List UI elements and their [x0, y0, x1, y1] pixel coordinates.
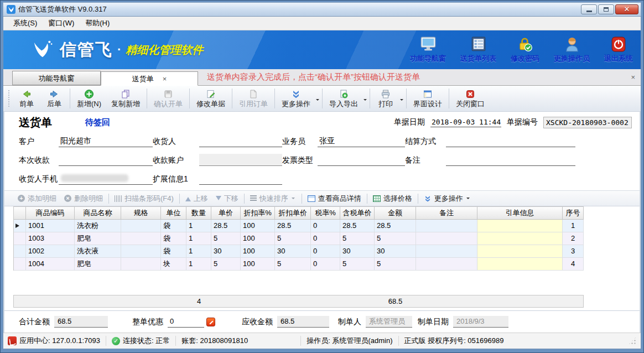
payment-field[interactable] — [59, 154, 153, 166]
receiver-field[interactable] — [199, 135, 282, 147]
cell[interactable]: 肥皂 — [75, 232, 121, 245]
next-doc-button[interactable]: 后单 — [40, 86, 68, 111]
scan-barcode-button[interactable]: 扫描条形码(F4) — [111, 194, 178, 204]
close-window-button[interactable]: 关闭窗口 — [451, 86, 490, 111]
cell[interactable]: 100 — [241, 245, 275, 258]
cell[interactable]: 肥皂 — [75, 258, 121, 271]
cell[interactable]: 1 — [186, 220, 211, 232]
copy-new-button[interactable]: 复制新增 — [106, 86, 145, 111]
move-up-button[interactable]: 上移 — [181, 194, 212, 204]
cell[interactable] — [121, 220, 161, 232]
cell[interactable]: 1 — [563, 220, 584, 232]
cell[interactable] — [416, 245, 477, 258]
cell[interactable]: 洗衣粉 — [75, 220, 121, 232]
cell[interactable]: 0 — [311, 258, 340, 271]
ui-design-button[interactable]: 界面设计 — [408, 86, 447, 111]
cell[interactable]: 0 — [311, 220, 340, 232]
cell[interactable] — [121, 232, 161, 245]
banner-action-exit-system[interactable]: 退出系统 — [604, 37, 633, 64]
cell[interactable] — [121, 245, 161, 258]
table-row[interactable]: 1003 肥皂 袋 1 5 100 5 0 5 5 2 — [14, 232, 584, 245]
new-button[interactable]: 新增(N) — [72, 86, 106, 111]
more-actions-button[interactable]: 更多操作 — [277, 86, 315, 111]
tab-nav-window[interactable]: 功能导航窗 — [12, 71, 101, 85]
cell[interactable]: 100 — [241, 232, 275, 245]
confirm-issue-button[interactable]: 确认开单 — [149, 86, 188, 111]
cell[interactable]: 28.5 — [211, 220, 241, 232]
doc-date-field[interactable]: 2018-09-03 11:44 — [430, 117, 501, 127]
cell[interactable]: 100 — [241, 258, 275, 271]
cell[interactable]: 30 — [275, 245, 311, 258]
move-down-button[interactable]: 下移 — [212, 194, 242, 204]
delete-detail-button[interactable]: × 删除明细 — [60, 194, 107, 204]
cell[interactable] — [477, 258, 563, 271]
detail-more-actions-button[interactable]: 更多操作 — [420, 194, 475, 204]
menu-help[interactable]: 帮助(H) — [80, 17, 115, 30]
table-row[interactable]: 1002 洗衣液 袋 1 30 100 30 0 30 30 3 — [14, 245, 584, 258]
cell[interactable] — [477, 220, 563, 232]
cell[interactable]: 1002 — [26, 245, 75, 258]
cell[interactable]: 30 — [211, 245, 241, 258]
cell[interactable] — [477, 232, 563, 245]
cell[interactable]: 1 — [186, 245, 211, 258]
phone-field[interactable] — [59, 173, 153, 185]
banner-action-nav-window[interactable]: 功能导航窗 — [410, 37, 446, 64]
tabstrip-close-icon[interactable]: × — [631, 75, 635, 80]
tab-close-icon[interactable]: × — [163, 72, 167, 86]
ref-order-button[interactable]: 引用订单 — [234, 86, 273, 111]
cell[interactable]: 28.5 — [340, 220, 375, 232]
discount-field[interactable]: 0 — [168, 316, 204, 328]
settlement-field[interactable] — [446, 135, 575, 147]
banner-action-delivery-list[interactable]: 送货单列表 — [460, 37, 496, 64]
view-product-button[interactable]: 查看商品详情 — [304, 194, 365, 204]
cell[interactable]: 5 — [211, 258, 241, 271]
salesman-field[interactable]: 张亚 — [318, 135, 405, 147]
cell[interactable]: 30 — [375, 245, 416, 258]
cell[interactable]: 0 — [311, 232, 340, 245]
quick-sort-button[interactable]: 快速排序 — [246, 194, 300, 204]
cell[interactable]: 5 — [340, 232, 375, 245]
customer-field[interactable]: 阳光超市 — [59, 135, 153, 147]
cell[interactable] — [416, 232, 477, 245]
table-row[interactable]: 1004 肥皂 块 1 5 100 5 0 5 5 4 — [14, 258, 584, 271]
menu-window[interactable]: 窗口(W) — [43, 17, 80, 30]
cell[interactable]: 块 — [161, 258, 186, 271]
banner-action-change-password[interactable]: 修改密码 — [511, 37, 539, 64]
cell[interactable]: 4 — [563, 258, 584, 271]
cell[interactable]: 5 — [340, 258, 375, 271]
cell[interactable]: 1003 — [26, 232, 75, 245]
cell[interactable]: 洗衣液 — [75, 245, 121, 258]
choose-price-button[interactable]: 选择价格 — [369, 194, 416, 204]
cell[interactable]: 3 — [563, 245, 584, 258]
cell[interactable]: 1001 — [26, 220, 75, 232]
prev-doc-button[interactable]: 前单 — [13, 86, 40, 111]
maximize-button[interactable] — [598, 4, 614, 14]
resize-grip[interactable] — [629, 337, 636, 345]
cell[interactable] — [416, 220, 477, 232]
modify-doc-button[interactable]: 修改单据 — [191, 86, 230, 111]
cell[interactable]: 1004 — [26, 258, 75, 271]
discount-edit-icon[interactable] — [206, 318, 215, 326]
cell[interactable]: 5 — [211, 232, 241, 245]
cell[interactable]: 1 — [186, 232, 211, 245]
close-button[interactable]: ✕ — [615, 4, 638, 14]
cell[interactable]: 28.5 — [275, 220, 311, 232]
menu-system[interactable]: 系统(S) — [8, 17, 43, 30]
cell[interactable]: 袋 — [161, 245, 186, 258]
import-export-button[interactable]: 导入导出 — [324, 86, 363, 111]
invoice-type-field[interactable] — [318, 154, 405, 166]
cell[interactable]: 30 — [340, 245, 375, 258]
cell[interactable]: 袋 — [161, 220, 186, 232]
remark-field[interactable] — [446, 154, 575, 166]
print-button[interactable]: 打印 — [372, 86, 399, 111]
cell[interactable] — [477, 245, 563, 258]
add-detail-button[interactable]: + 添加明细 — [14, 194, 60, 204]
table-row[interactable]: 1001 洗衣粉 袋 1 28.5 100 28.5 0 28.5 28.5 1 — [14, 220, 584, 232]
cell[interactable]: 28.5 — [375, 220, 416, 232]
cell[interactable]: 5 — [375, 232, 416, 245]
cell[interactable]: 100 — [241, 220, 275, 232]
cell[interactable]: 5 — [275, 258, 311, 271]
cell[interactable] — [416, 258, 477, 271]
cell[interactable]: 5 — [375, 258, 416, 271]
tab-delivery-note[interactable]: 送货单 × — [101, 71, 198, 86]
